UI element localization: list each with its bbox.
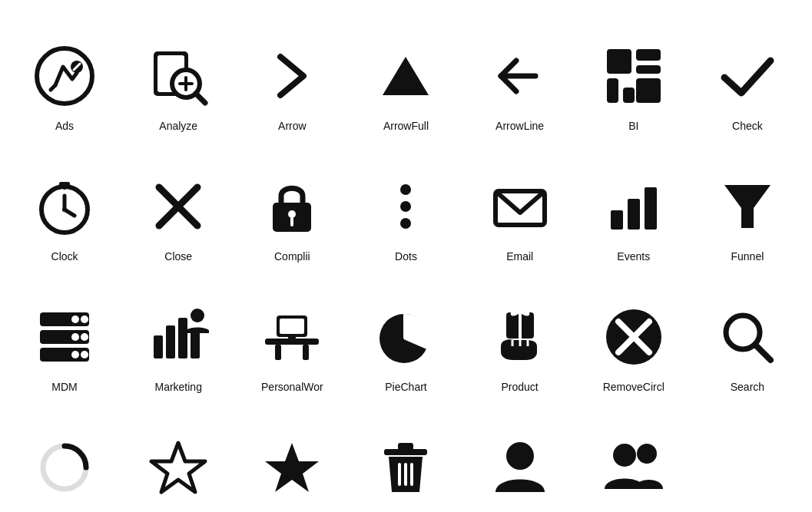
removecircle-label: RemoveCircl xyxy=(603,381,665,393)
check-label: Check xyxy=(732,120,763,132)
svg-point-44 xyxy=(81,351,88,358)
svg-marker-71 xyxy=(151,443,205,492)
arrowline-item[interactable]: ArrowLine xyxy=(463,15,577,138)
trash-icon xyxy=(371,433,440,502)
product-item[interactable]: Product xyxy=(463,276,577,399)
events-label: Events xyxy=(617,250,650,263)
events-item[interactable]: Events xyxy=(577,146,691,269)
ads-icon xyxy=(30,41,99,111)
svg-rect-49 xyxy=(191,329,200,358)
svg-rect-34 xyxy=(628,199,640,230)
spinner-item[interactable]: Spinner xyxy=(8,407,121,512)
arrowline-icon xyxy=(486,41,555,111)
analyze-label: Analyze xyxy=(159,120,197,132)
svg-line-69 xyxy=(755,345,771,360)
piechart-item[interactable]: PieChart xyxy=(349,276,462,399)
dots-label: Dots xyxy=(395,250,417,263)
analyze-icon xyxy=(144,41,213,111)
svg-rect-20 xyxy=(59,182,70,187)
svg-rect-46 xyxy=(154,335,163,358)
funnel-item[interactable]: Funnel xyxy=(691,146,804,269)
svg-point-31 xyxy=(400,218,411,229)
marketing-label: Marketing xyxy=(154,381,201,393)
usergroup-item[interactable]: UserGroup xyxy=(577,407,691,512)
svg-rect-12 xyxy=(636,65,661,74)
arrow-item[interactable]: Arrow xyxy=(235,15,349,138)
icon-grid: Ads Analyze Arrow xyxy=(0,0,812,512)
mdm-item[interactable]: MDM xyxy=(8,276,121,399)
svg-rect-14 xyxy=(623,88,635,103)
svg-point-80 xyxy=(637,444,657,464)
clock-label: Clock xyxy=(51,250,78,263)
complii-icon xyxy=(257,172,326,241)
svg-rect-74 xyxy=(398,443,413,451)
trash-item[interactable]: Trash xyxy=(349,407,462,512)
product-label: Product xyxy=(502,381,539,393)
search-label: Search xyxy=(731,381,764,393)
svg-line-5 xyxy=(196,94,205,103)
svg-rect-33 xyxy=(611,210,623,230)
email-item[interactable]: Email xyxy=(463,146,577,269)
starfilled-icon xyxy=(257,433,326,502)
svg-point-50 xyxy=(191,309,204,322)
starfilled-item[interactable]: StarFilled xyxy=(235,407,349,512)
svg-rect-11 xyxy=(636,49,661,61)
piechart-icon xyxy=(371,302,440,372)
svg-marker-72 xyxy=(265,443,319,492)
svg-rect-52 xyxy=(275,345,281,360)
search-item[interactable]: Search xyxy=(691,276,804,399)
personalwork-item[interactable]: PersonalWor xyxy=(235,276,349,399)
arrow-label: Arrow xyxy=(278,120,307,132)
svg-point-38 xyxy=(81,315,88,323)
arrow-chevron-icon xyxy=(257,41,326,111)
marketing-item[interactable]: Marketing xyxy=(121,276,235,399)
arrowfull-label: ArrowFull xyxy=(383,120,429,132)
email-label: Email xyxy=(506,250,533,263)
svg-point-78 xyxy=(506,442,534,470)
user-item[interactable]: User xyxy=(463,407,577,512)
svg-rect-15 xyxy=(636,78,661,103)
marketing-icon xyxy=(144,302,213,372)
close-icon xyxy=(144,172,213,241)
star-item[interactable]: Star xyxy=(121,407,235,512)
clock-icon xyxy=(30,172,99,241)
svg-rect-10 xyxy=(607,49,631,74)
complii-item[interactable]: Complii xyxy=(235,146,349,269)
svg-rect-47 xyxy=(166,325,175,358)
email-icon xyxy=(486,172,555,241)
star-icon xyxy=(144,433,213,502)
svg-point-41 xyxy=(81,333,88,341)
check-icon xyxy=(713,41,782,111)
search-icon xyxy=(713,302,782,372)
svg-point-29 xyxy=(400,184,411,195)
user-icon xyxy=(486,433,555,502)
svg-point-39 xyxy=(71,315,79,323)
close-item[interactable]: Close xyxy=(121,146,235,269)
arrowline-label: ArrowLine xyxy=(495,120,544,132)
svg-rect-35 xyxy=(645,187,657,230)
removecircle-icon xyxy=(599,302,668,372)
spinner-icon xyxy=(30,433,99,502)
personalwork-icon xyxy=(257,302,326,372)
svg-rect-56 xyxy=(288,337,296,341)
svg-rect-53 xyxy=(303,345,309,360)
svg-rect-55 xyxy=(280,319,304,334)
check-item[interactable]: Check xyxy=(691,15,804,138)
svg-line-19 xyxy=(65,210,75,216)
events-icon xyxy=(599,172,668,241)
svg-point-42 xyxy=(71,333,79,341)
analyze-item[interactable]: Analyze xyxy=(121,15,235,138)
usergroup-icon xyxy=(599,433,668,502)
bi-item[interactable]: BI xyxy=(577,15,691,138)
clock-item[interactable]: Clock xyxy=(8,146,121,269)
removecircle-item[interactable]: RemoveCircl xyxy=(577,276,691,399)
arrowfull-item[interactable]: ArrowFull xyxy=(349,15,462,138)
mdm-label: MDM xyxy=(51,381,77,393)
svg-point-79 xyxy=(613,444,636,467)
bi-icon xyxy=(599,41,668,111)
dots-item[interactable]: Dots xyxy=(349,146,462,269)
ads-item[interactable]: Ads xyxy=(8,15,121,138)
personalwork-label: PersonalWor xyxy=(261,381,323,393)
bi-label: BI xyxy=(628,120,638,132)
svg-point-30 xyxy=(400,201,411,212)
